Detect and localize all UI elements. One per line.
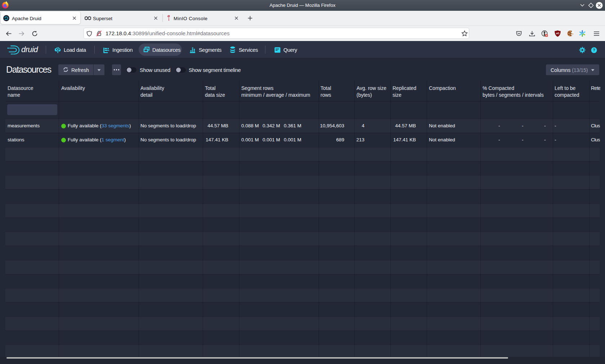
svg-text:?: ? [593, 48, 595, 52]
svg-text:uO: uO [556, 32, 559, 35]
